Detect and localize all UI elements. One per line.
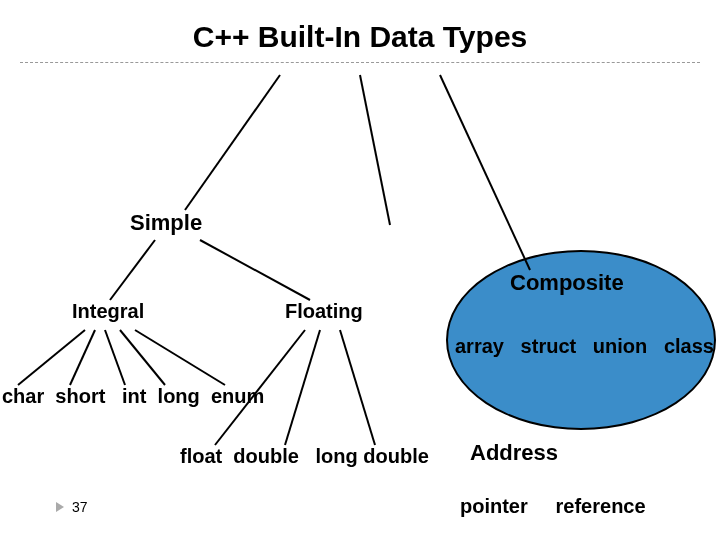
svg-line-11	[285, 330, 320, 445]
svg-line-0	[185, 75, 280, 210]
svg-line-1	[360, 75, 390, 225]
svg-line-9	[135, 330, 225, 385]
node-composite: Composite	[510, 270, 624, 296]
svg-line-2	[440, 75, 530, 270]
slide-marker-icon	[56, 502, 64, 512]
svg-line-4	[200, 240, 310, 300]
leaves-composite: array struct union class	[455, 335, 714, 358]
node-address: Address	[470, 440, 558, 466]
node-simple: Simple	[130, 210, 202, 236]
leaves-integral: char short int long enum	[2, 385, 264, 408]
node-floating: Floating	[285, 300, 363, 323]
svg-line-12	[340, 330, 375, 445]
svg-line-6	[70, 330, 95, 385]
svg-line-8	[120, 330, 165, 385]
svg-line-3	[110, 240, 155, 300]
node-integral: Integral	[72, 300, 144, 323]
svg-line-7	[105, 330, 125, 385]
leaves-floating: float double long double	[180, 445, 429, 468]
leaves-address: pointer reference	[460, 495, 646, 518]
page-title: C++ Built-In Data Types	[0, 20, 720, 54]
svg-line-5	[18, 330, 85, 385]
slide-number-value: 37	[72, 499, 88, 515]
slide-number: 37	[56, 499, 88, 515]
divider	[20, 62, 700, 63]
